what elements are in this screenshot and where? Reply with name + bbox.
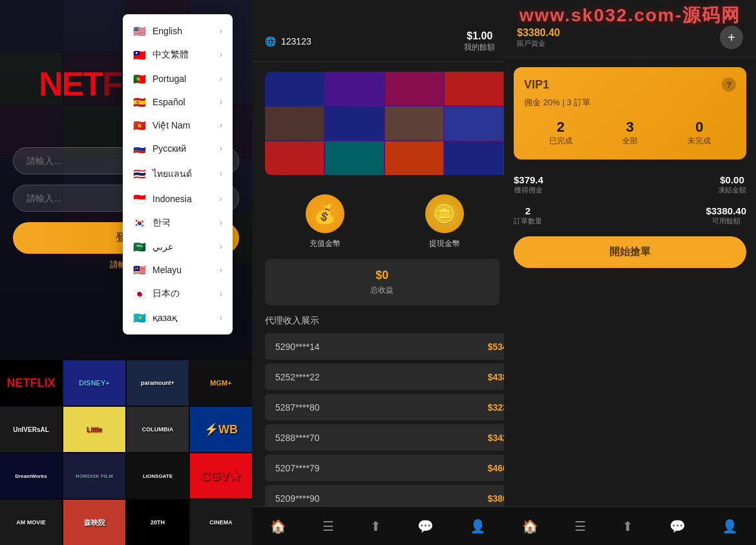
- row-id: 5290****14: [275, 342, 428, 352]
- earned-commission-label: 獲得佣金: [514, 185, 543, 195]
- lang-label: Portugal: [152, 74, 186, 84]
- left-panel: NETF 登錄 請輸入... NETFLIX DISNEY+ paramount…: [0, 0, 252, 545]
- lang-thai[interactable]: 🇹🇭 ไทยแลนด์ ›: [123, 160, 233, 187]
- vip-stats: 2 已完成 3 全部 0 未完成: [524, 119, 736, 147]
- action-charge-coins[interactable]: 💰 充值金幣: [306, 194, 344, 249]
- nav-chat-2[interactable]: 💬: [664, 515, 691, 537]
- charge-coins-icon: 💰: [306, 194, 344, 233]
- frozen-amount: $0.00 凍結金額: [718, 174, 746, 195]
- action-withdraw-coins[interactable]: 🪙 提現金幣: [425, 194, 464, 249]
- row-id: 5288****70: [275, 433, 428, 443]
- account-info: 🌐 123123: [265, 36, 311, 46]
- flag-es: 🇪🇸: [133, 98, 146, 107]
- bottom-navigation: 🏠 ☰ ⬆ 💬 👤 🏠 ☰ ⬆ 💬 👤: [252, 506, 756, 545]
- lang-russian[interactable]: 🇷🇺 Русский ›: [123, 137, 233, 160]
- lang-korean[interactable]: 🇰🇷 한국 ›: [123, 211, 233, 235]
- fin-row-1: $379.4 獲得佣金 $0.00 凍結金額: [504, 169, 756, 200]
- available-balance: $3380.40 可用餘額: [706, 205, 746, 226]
- lang-vietnam[interactable]: 🇻🇳 Việt Nam ›: [123, 114, 233, 137]
- lang-japanese[interactable]: 🇯🇵 日本の ›: [123, 282, 233, 306]
- movie-tile: [445, 107, 503, 140]
- completed-label: 已完成: [549, 136, 572, 147]
- order-count-value: 2: [514, 205, 542, 216]
- vip-completed-stat: 2 已完成: [549, 119, 572, 147]
- movie-tile: [265, 141, 324, 175]
- flag-kr: 🇰🇷: [133, 218, 146, 227]
- total-value: 3: [622, 119, 638, 136]
- lang-english[interactable]: 🇺🇸 English ›: [123, 19, 233, 43]
- arrow-icon: ›: [220, 74, 222, 83]
- movie-tile: [385, 72, 444, 105]
- watermark: www.sk032.com-源码网: [504, 0, 756, 28]
- vip-commission-rate: 佣金 20% | 3 訂單: [524, 97, 736, 108]
- completed-value: 2: [549, 119, 572, 136]
- am-logo-cell: AM MOVIE: [0, 500, 62, 545]
- upload-icon-2: ⬆: [622, 519, 633, 534]
- nav-menu-2[interactable]: ☰: [569, 515, 591, 537]
- menu-icon: ☰: [322, 519, 334, 534]
- universal-logo-cell: UnIVERsAL: [0, 407, 62, 452]
- chat-icon: 💬: [417, 519, 434, 534]
- nav-profile[interactable]: 👤: [465, 515, 491, 537]
- total-label: 全部: [622, 136, 638, 147]
- lang-malay[interactable]: 🇲🇾 Melayu ›: [123, 258, 233, 282]
- total-earnings-label: 总收益: [275, 285, 490, 296]
- lang-espanol[interactable]: 🇪🇸 Español ›: [123, 90, 233, 114]
- lang-portugal[interactable]: 🇵🇹 Portugal ›: [123, 67, 233, 90]
- flag-sa: 🇸🇦: [133, 242, 146, 251]
- total-earnings-box: $0 总收益: [265, 259, 499, 305]
- arrow-icon: ›: [220, 313, 222, 322]
- right-panel: $3380.40 賬戶資金 + VIP1 ? 佣金 20% | 3 訂單 2 已…: [504, 0, 756, 545]
- withdraw-coins-label: 提現金幣: [429, 238, 460, 249]
- balance-section: $1.00 我的餘額: [464, 30, 495, 53]
- arrow-icon: ›: [220, 289, 222, 298]
- movie-tile: [325, 72, 384, 105]
- nav-upload[interactable]: ⬆: [365, 515, 386, 537]
- flag-my: 🇲🇾: [133, 265, 146, 274]
- profile-icon-2: 👤: [722, 519, 738, 534]
- arrow-icon: ›: [220, 121, 222, 130]
- nav-home[interactable]: 🏠: [265, 515, 291, 537]
- vip-total-stat: 3 全部: [622, 119, 638, 147]
- dreamworks-logo-cell: DreamWorks: [0, 453, 62, 499]
- columbia-logo-cell: COLUMBIA: [127, 407, 189, 452]
- language-dropdown: 🇺🇸 English › 🇹🇼 中文繁體 › 🇵🇹 Portugal › 🇪🇸 …: [123, 14, 233, 334]
- lang-indonesia[interactable]: 🇮🇩 Indonesia ›: [123, 187, 233, 211]
- movie-tile: [445, 72, 503, 105]
- vip-title: VIP1: [524, 78, 549, 92]
- incomplete-label: 未完成: [688, 136, 711, 147]
- nav-upload-2[interactable]: ⬆: [617, 515, 638, 537]
- lang-kazakh[interactable]: 🇰🇿 қазақ ›: [123, 306, 233, 329]
- arrow-icon: ›: [220, 265, 222, 274]
- vip-header: VIP1 ?: [524, 77, 736, 92]
- mgm-logo-cell: MGM+: [190, 360, 252, 406]
- lang-chinese-trad[interactable]: 🇹🇼 中文繁體 ›: [123, 43, 233, 67]
- cinema-logo-cell: CINEMA: [190, 500, 252, 545]
- nav-chat[interactable]: 💬: [412, 515, 439, 537]
- netflix-logo-cell: NETFLIX: [0, 360, 62, 406]
- home-icon-2: 🏠: [522, 519, 538, 534]
- right-balance: $3380.40: [517, 27, 560, 39]
- available-balance-value: $3380.40: [706, 205, 746, 216]
- start-grabbing-button[interactable]: 開始搶單: [514, 236, 746, 268]
- total-earnings-value: $0: [275, 269, 490, 282]
- frozen-amount-label: 凍結金額: [718, 185, 746, 195]
- row-id: 5287****80: [275, 402, 428, 413]
- right-plus-button[interactable]: +: [720, 26, 743, 49]
- flag-us: 🇺🇸: [133, 26, 146, 36]
- movie-tile: [385, 107, 444, 140]
- wb-logo-cell: ⚡WB: [190, 407, 252, 452]
- lang-label: Русский: [152, 143, 186, 154]
- nav-menu[interactable]: ☰: [317, 515, 339, 537]
- flag-tw: 🇹🇼: [133, 50, 146, 59]
- lang-arabic[interactable]: 🇸🇦 عربي ›: [123, 235, 233, 258]
- disney-logo-cell: DISNEY+: [63, 360, 125, 406]
- nav-home-2[interactable]: 🏠: [517, 515, 543, 537]
- paramount-logo-cell: paramount+: [127, 360, 189, 406]
- nav-profile-2[interactable]: 👤: [717, 515, 743, 537]
- vip-help-icon[interactable]: ?: [722, 77, 736, 92]
- flag-th: 🇹🇭: [133, 169, 146, 178]
- flag-pt: 🇵🇹: [133, 74, 146, 83]
- row-id: 5207****79: [275, 463, 428, 473]
- lang-label: ไทยแลนด์: [152, 167, 192, 181]
